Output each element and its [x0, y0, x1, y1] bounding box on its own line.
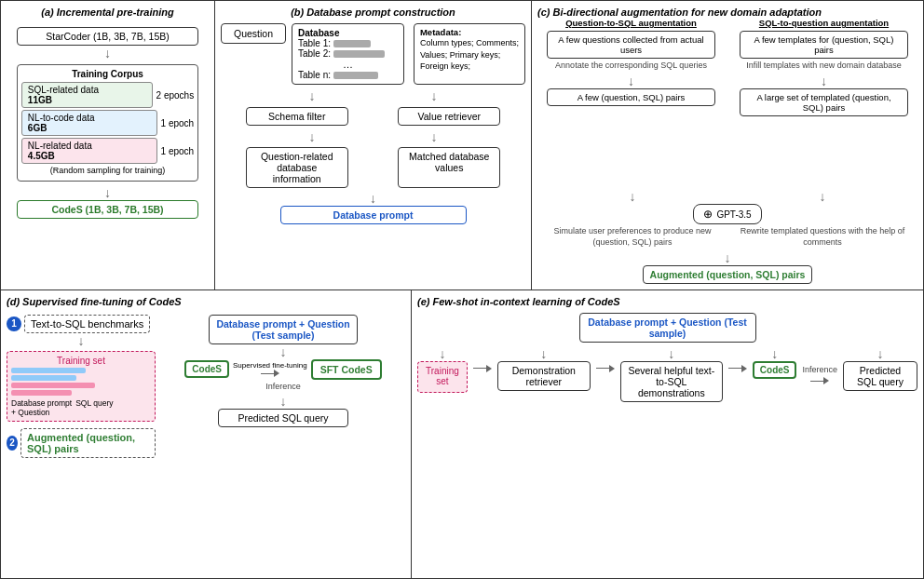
d-left: 1 Text-to-SQL benchmarks ↓ Training set: [7, 315, 156, 573]
table2-label: Table 2:: [298, 48, 331, 59]
filter-retriever-row: Schema filter Value retriever: [221, 107, 525, 126]
arrow-down-1: ↓: [104, 47, 111, 60]
e-hline4: [810, 381, 823, 382]
panel-b-content: Question Database Table 1: Table 2:: [221, 23, 525, 224]
arrows-row2: ↓ ↓: [251, 129, 496, 144]
arrow-schema: ↓: [309, 89, 316, 102]
arrow-value: ↓: [430, 89, 437, 102]
e-predicted-col: ↓ Predicted SQL query: [843, 346, 917, 391]
e-hhead2: [609, 365, 615, 372]
line3: [11, 383, 95, 388]
e-arrow2: ↓: [540, 347, 547, 360]
arrow-down-2: ↓: [104, 186, 111, 199]
panel-b: (b) Database prompt construction Questio…: [215, 1, 532, 290]
sql-q-label: SQL query: [75, 398, 113, 417]
panel-a-content: StarCoder (1B, 3B, 7B, 15B) ↓ Training C…: [7, 27, 209, 219]
e-demo-col: ↓ Demonstration retriever: [497, 346, 591, 391]
e-helpful-col: ↓ Several helpful text-to-SQL demonstrat…: [620, 346, 723, 402]
nl-size: 6GB: [28, 123, 151, 133]
circle-row2: 2 Augmented (question, SQL) pairs: [7, 428, 156, 458]
e-hhead3: [741, 365, 747, 372]
d-test-box: Database prompt + Question (Test sample): [209, 315, 358, 344]
main-container: (a) Incremental pre-training StarCoder (…: [0, 0, 924, 579]
gpt-icon: ⊕: [703, 208, 713, 221]
e-inference-col: Inference: [802, 363, 837, 385]
e-arrow3: ↓: [668, 347, 674, 360]
gpt-notes: Simulate user preferences to produce new…: [537, 224, 917, 249]
d-middle: Database prompt + Question (Test sample)…: [161, 315, 405, 573]
panel-e-title: (e) Few-shot in-context learning of Code…: [417, 296, 917, 307]
d-predicted-box: Predicted SQL query: [218, 409, 348, 427]
line4: [11, 390, 72, 396]
gpt-arrow1: ↓: [630, 190, 636, 203]
augmented-pairs-box: Augmented (question, SQL) pairs: [20, 428, 156, 458]
q-to-sql-title: Question-to-SQL augmentation: [565, 18, 697, 28]
arrow-with-label: Supervised fine-tuning: [233, 361, 307, 378]
e-harrow4: [810, 377, 829, 384]
data-lines: [11, 368, 151, 396]
e-training-box: Training set: [417, 361, 468, 393]
matched-values-box: Matched database values: [398, 147, 500, 188]
panel-c: (c) Bi-directional augmentation for new …: [532, 1, 923, 290]
arrow-dbinfo: ↓: [309, 130, 316, 143]
arrow-matched: ↓: [430, 130, 437, 143]
few-templates-box: A few templates for (question, SQL) pair…: [740, 31, 908, 59]
tablen-bar: [333, 72, 378, 79]
gpt-arrow2: ↓: [820, 190, 826, 203]
benchmarks-box: Text-to-SQL benchmarks: [24, 315, 150, 333]
sup-label: Supervised fine-tuning: [233, 361, 307, 370]
nlr-size: 4.5GB: [28, 151, 151, 161]
tablen-row: Table n:: [298, 70, 398, 80]
sql-label: SQL-related data: [28, 85, 146, 95]
e-codes-col: ↓ CodeS: [753, 346, 797, 379]
sql-box: SQL-related data 11GB: [21, 82, 153, 108]
db-prompt-box: Database prompt: [280, 206, 467, 224]
panel-d-content: 1 Text-to-SQL benchmarks ↓ Training set: [7, 315, 405, 573]
c-arrow1: ↓: [628, 74, 634, 88]
training-set-label: Training set: [11, 356, 151, 366]
e-predicted-box: Predicted SQL query: [843, 361, 917, 391]
helpful-demos-box: Several helpful text-to-SQL demonstratio…: [620, 361, 723, 402]
rewrite-note: Rewrite templated questions with the hel…: [737, 226, 908, 248]
d-bottom-labels: Database prompt+ Question SQL query: [11, 398, 151, 417]
db-info-box: Question-related database information: [246, 147, 348, 188]
d-inference: Inference: [265, 382, 301, 393]
circle-1: 1: [7, 316, 21, 331]
panel-c-title: (c) Bi-directional augmentation for new …: [537, 7, 917, 18]
sql-to-q-col: SQL-to-question augmentation A few templ…: [730, 18, 917, 187]
codes-box: CodeS (1B, 3B, 7B, 15B): [17, 200, 198, 219]
e-main-row: ↓ Training set ↓ Demonstration retriever: [417, 346, 917, 402]
metadata-items: Column types; Comments;Values; Primary k…: [420, 37, 519, 73]
db-q-label: Database prompt+ Question: [11, 398, 72, 417]
e-training-label: Training set: [426, 366, 459, 386]
table2-bar: [333, 50, 385, 58]
metadata-label: Metadata:: [420, 27, 519, 37]
top-row: (a) Incremental pre-training StarCoder (…: [1, 1, 923, 290]
line2: [11, 375, 76, 381]
ellipsis: …: [298, 59, 398, 70]
e-arrow5: ↓: [877, 347, 884, 360]
c-arrow2: ↓: [821, 74, 827, 88]
nl-label: NL-to-code data: [28, 113, 151, 123]
e-codes-box: CodeS: [753, 361, 797, 379]
result-row: Question-related database information Ma…: [221, 147, 525, 188]
harrow-line: [261, 373, 274, 374]
c-arrow3: ↓: [725, 251, 731, 264]
sft-codes-box: SFT CodeS: [311, 359, 382, 380]
codes-sft-row: CodeS Supervised fine-tuning SFT CodeS: [184, 359, 381, 380]
nlr-epochs: 1 epoch: [161, 146, 195, 156]
nlr-label: NL-related data: [28, 141, 151, 151]
line1: [11, 368, 86, 373]
nl-box: NL-to-code data 6GB: [21, 110, 157, 136]
nl-epochs: 1 epoch: [161, 118, 195, 128]
harrow-head: [274, 370, 279, 377]
db-label: Database: [298, 28, 398, 38]
e-hhead4: [823, 377, 829, 384]
e-harrow2: [596, 365, 615, 372]
panel-b-title: (b) Database prompt construction: [291, 7, 455, 18]
gpt-label: GPT-3.5: [716, 209, 751, 220]
e-harrow1: [473, 365, 492, 372]
arrows-row: ↓ ↓: [251, 88, 496, 103]
gpt-arrows: ↓ ↓: [537, 189, 917, 204]
table2-row: Table 2:: [298, 48, 398, 59]
